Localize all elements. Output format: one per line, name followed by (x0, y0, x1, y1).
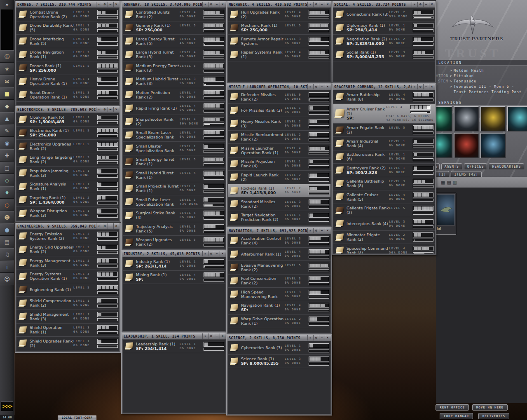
skill-row[interactable]: Cloaking Rank (6)SP: 1,500/8,485LEVEL 10… (16, 113, 119, 127)
skill-row[interactable]: Energy Management Rank (3)LEVEL 30% DONE (16, 256, 119, 270)
pin-icon[interactable]: ✳ (307, 84, 313, 89)
skill-row[interactable]: Social Rank (1)SP: 8,000/45,255LEVEL 30%… (333, 48, 435, 62)
station-tab-items-42-[interactable]: ITEMS [42] (451, 171, 481, 177)
reprocessing-service-icon[interactable] (480, 106, 506, 131)
skill-row[interactable]: Defender Missiles Rank (2)LEVEL 01% DONE (228, 90, 330, 104)
minimize-icon[interactable]: − (108, 2, 113, 7)
skill-row[interactable]: Drone Durability Rank (5)LEVEL 30% DONE (16, 21, 119, 35)
skill-row[interactable]: Shield Compensation Rank (2)LEVEL 10% DO… (16, 297, 119, 310)
storage-service-icon[interactable] (507, 106, 527, 131)
window-titlebar[interactable]: LEADERSHIP, 1 SKILL, 254 POINTS✳⊙−× (122, 333, 226, 339)
close-icon[interactable]: × (325, 228, 330, 233)
compact-icon[interactable]: ⊙ (313, 228, 319, 233)
skill-row[interactable]: Missile Projection Rank (4)LEVEL 10% DON… (228, 157, 330, 171)
jukebox-icon[interactable]: ♫ (0, 248, 14, 260)
fitting-service-icon[interactable] (480, 133, 506, 158)
list-view-icon[interactable]: ▤ (447, 180, 451, 185)
skill-row[interactable]: Connections Rank (3)LEVEL 293% DONE (333, 8, 435, 21)
skill-row[interactable]: Warp Drive Operation Rank (1)LEVEL 20% D… (228, 314, 330, 328)
close-icon[interactable]: × (325, 2, 330, 7)
pin-icon[interactable]: ✳ (202, 251, 208, 256)
skill-row[interactable]: Large Hybrid Turret Rank (5)LEVEL 40% DO… (123, 48, 225, 62)
skill-row[interactable]: Diplomacy Rank (1)SP: 250/1,414LEVEL 10%… (333, 21, 435, 35)
pin-icon[interactable]: ✳ (96, 107, 102, 112)
pin-icon[interactable]: ✳ (202, 333, 208, 339)
skill-row[interactable]: Gallente Cruiser Rank (5)LEVEL 40% DONE (333, 190, 435, 204)
compact-icon[interactable]: ⊙ (208, 2, 214, 7)
minimize-icon[interactable]: − (319, 84, 325, 89)
skill-row[interactable]: Trajectory Analysis Rank (5)LEVEL 30% DO… (123, 222, 225, 236)
minimize-icon[interactable]: − (214, 2, 220, 7)
skill-row[interactable]: Shield Management Rank (3)LEVEL 10% DONE (16, 310, 119, 324)
mail-icon[interactable]: ✉ (0, 75, 14, 87)
window-titlebar[interactable]: ENGINEERING, 9 SKILLS, 359,843 POINTS✳⊙−… (16, 223, 119, 229)
station-tab--1-[interactable]: [1] (436, 171, 449, 177)
station-tab-agents[interactable]: AGENTS (441, 163, 462, 169)
station-tab-headquarters[interactable]: HEADQUARTERS (489, 163, 524, 169)
skill-row[interactable]: Heavy Drone Operation Rank (5)LEVEL 10% … (16, 75, 119, 89)
skill-row[interactable]: Drone Navigation Rank (1)LEVEL 20% DONE (16, 48, 119, 62)
skill-row[interactable]: Navigation Rank (1)SP:LEVEL 40% DONE (228, 301, 330, 315)
minimize-icon[interactable]: − (319, 2, 325, 7)
deliveries-button[interactable]: DELIVERIES (478, 413, 509, 419)
market-icon[interactable]: ♦ (0, 186, 14, 199)
compact-icon[interactable]: ⊙ (208, 251, 214, 256)
close-icon[interactable]: × (220, 333, 225, 339)
browser-icon[interactable]: ● (0, 223, 14, 236)
window-titlebar[interactable]: SOCIAL, 4 SKILLS, 33,724 POINTS✳⊙−× (333, 1, 435, 7)
skill-row[interactable]: Shield Upgrades Rank (2)LEVEL 10% DONE (16, 337, 119, 350)
skill-row[interactable]: Medium Energy Turret Rank (3)LEVEL 5 (123, 61, 225, 75)
skill-row[interactable]: Drones Rank (1)SP: 256,000LEVEL 5 (16, 61, 119, 75)
skill-row[interactable]: Drone Interfacing Rank (5)LEVEL 10% DONE (16, 35, 119, 48)
minimize-icon[interactable]: − (423, 2, 429, 7)
skill-row[interactable]: Afterburner Rank (1)LEVEL 40% DONE (228, 248, 330, 261)
window-titlebar[interactable]: MECHANIC, 4 SKILLS, 410,592 POINTS✳⊙−× (227, 1, 331, 7)
skill-row[interactable]: Fuel Conservation Rank (2)LEVEL 30% DONE (228, 275, 330, 288)
skill-row[interactable]: Small Blaster Specialization RankLEVEL 1… (123, 142, 225, 155)
skill-row[interactable]: Combat Drone Operation Rank (2)LEVEL 20%… (16, 8, 119, 21)
skill-row[interactable]: Mining Rank (1)SP:LEVEL 40% DONE (123, 271, 225, 284)
pin-icon[interactable]: ✳ (96, 223, 102, 229)
skill-row[interactable]: Rockets Rank (1)SP: 1,415/8,000LEVEL 20%… (228, 184, 330, 198)
close-icon[interactable]: × (429, 2, 435, 7)
skill-row[interactable]: Propulsion Jamming Rank (3)LEVEL 10% DON… (16, 167, 119, 180)
skill-row[interactable]: Rapid Launch Rank (2)LEVEL 20% DONE (228, 171, 330, 184)
close-icon[interactable]: × (220, 251, 225, 256)
items-icon[interactable]: ◆ (0, 100, 14, 112)
pin-icon[interactable]: ✳ (202, 2, 208, 7)
pin-icon[interactable]: ✳ (307, 335, 313, 340)
skill-row[interactable]: Large Energy Turret Rank (5)LEVEL 44% DO… (123, 35, 225, 48)
skill-row[interactable]: Signature Analysis Rank (1)LEVEL 10% DON… (16, 180, 119, 194)
item-tile-lol[interactable]: lol (436, 193, 456, 235)
compact-icon[interactable]: ⊙ (208, 333, 214, 339)
skill-row[interactable]: Mechanic Rank (1)SP: 256,000LEVEL 5 (228, 21, 330, 35)
compact-icon[interactable]: ⊙ (102, 2, 108, 7)
journal-icon[interactable]: ✎ (0, 124, 14, 137)
skill-row[interactable]: Controlled Bursts Rank (2)LEVEL 40% DONE (123, 8, 225, 21)
expand-icon[interactable]: » (0, 0, 14, 9)
close-icon[interactable]: × (220, 2, 225, 7)
skill-row[interactable]: Surgical Strike Rank (4)LEVEL 40% DONE (123, 209, 225, 223)
skill-row[interactable]: Energy Emission Systems Rank (2)LEVEL 30… (16, 230, 119, 243)
move-hq-here-button[interactable]: MOVE HQ HERE (472, 404, 508, 411)
pin-icon[interactable]: ✳ (307, 228, 313, 233)
skill-row[interactable]: Electronics Rank (1)SP: 256,000LEVEL 5 (16, 127, 119, 140)
skills-icon[interactable]: ✚ (0, 149, 14, 162)
skill-row[interactable]: Energy Systems Operation Rank (1)LEVEL 4… (16, 270, 119, 284)
map-icon[interactable]: ◉ (0, 137, 14, 149)
close-icon[interactable]: × (325, 335, 330, 340)
skill-row[interactable]: Amarr Cruiser Rank (5)SP:LEVEL 4ETA: 6 D… (333, 104, 435, 124)
corp-hangar-button[interactable]: CORP HANGAR (440, 413, 473, 419)
skill-row[interactable]: Target Navigation Prediction Rank (2)LEV… (228, 211, 330, 225)
pin-icon[interactable]: ✳ (412, 84, 417, 89)
skill-row[interactable]: Amarr Battleship Rank (8)LEVEL 40% DONE (333, 90, 435, 104)
pin-icon[interactable]: ✳ (96, 2, 102, 7)
window-titlebar[interactable]: NAVIGATION, 7 SKILLS, 691,925 POINTS✳⊙−× (227, 228, 331, 234)
skill-row[interactable]: Scout Drone Operation Rank (1)LEVEL 30% … (16, 88, 119, 102)
skill-row[interactable]: Engineering Rank (1)LEVEL 5 (16, 283, 119, 297)
compact-icon[interactable]: ⊙ (313, 2, 319, 7)
skill-row[interactable]: Targeting Rank (1)SP: 1,436/8,000LEVEL 2… (16, 193, 119, 207)
window-titlebar[interactable]: MISSILE LAUNCHER OPERATION, 10 SKIL✳⊙−× (227, 84, 331, 90)
skill-row[interactable]: Gallente Battleship Rank (8)LEVEL 30% DO… (333, 177, 435, 191)
minimize-icon[interactable]: − (214, 333, 220, 339)
